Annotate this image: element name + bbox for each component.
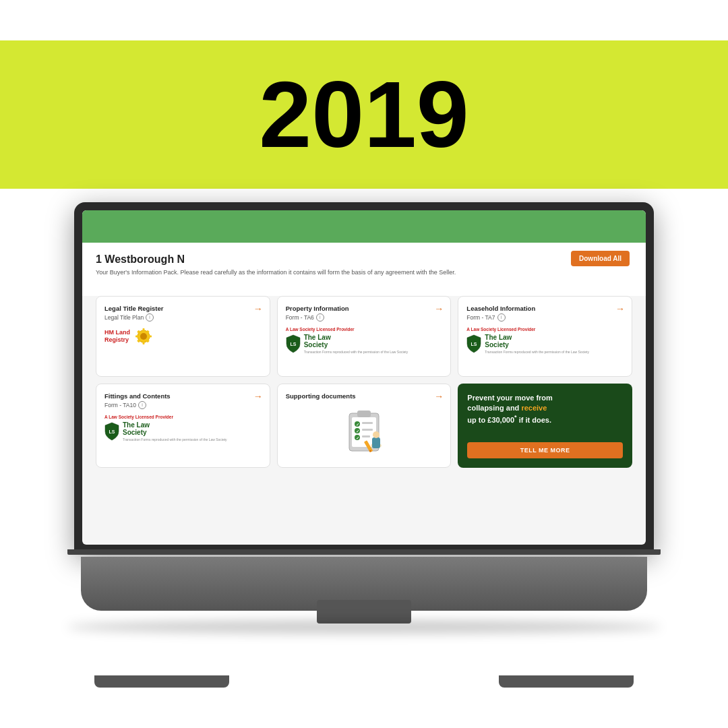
svg-rect-24 [362,435,370,437]
card-subtitle-fittings: Form - TA10 i [104,401,262,409]
card-fittings-contents[interactable]: → Fittings and Contents Form - TA10 i A … [96,384,270,468]
law-society-name-fittings: The LawSociety [123,421,227,436]
law-society-label-fittings: A Law Society Licensed Provider [104,415,262,419]
cards-grid: → Legal Title Register Legal Title Plan … [82,296,646,475]
tell-me-more-button[interactable]: TELL ME MORE [467,442,623,458]
law-society-leasehold: A Law Society Licensed Provider LS The L… [466,327,624,354]
svg-rect-5 [149,335,152,337]
law-society-shield-fittings: LS [104,422,119,441]
svg-point-1 [140,333,147,340]
promo-line4: if it does. [519,416,551,424]
law-society-logo-row-fittings: LS The LawSociety Transaction Forms repr… [104,421,262,442]
svg-point-27 [373,431,380,438]
hm-text: HM LandRegistry [104,329,130,344]
year-heading: 2019 [259,67,468,162]
card-subtitle-leasehold: Form - TA7 i [466,313,624,322]
screen-header [82,210,646,243]
law-society-name-leasehold: The LawSociety [485,334,589,348]
laptop-container: 1 Westborough N Your Buyer's Information… [54,202,674,688]
download-all-button[interactable]: Download All [571,251,630,266]
card-arrow-legal: → [253,303,263,314]
supporting-docs-svg: ✓ ✓ ✓ [337,405,391,459]
svg-rect-21 [362,429,373,431]
law-society-fittings: A Law Society Licensed Provider LS The L… [104,415,262,442]
info-icon-fittings: i [138,401,146,409]
supporting-docs-illustration: ✓ ✓ ✓ [286,405,443,459]
promo-line1: Prevent your move from [467,394,553,402]
svg-rect-2 [143,328,145,331]
svg-rect-26 [372,437,380,448]
card-arrow-supporting: → [434,391,444,402]
svg-text:✓: ✓ [355,429,359,433]
card-subtitle-property: Form - TA6 i [286,313,443,322]
svg-rect-18 [362,422,373,424]
laptop-foot-right [499,675,634,688]
law-society-logo-row-property: LS The LawSociety Transaction Forms repr… [286,334,443,354]
card-title-fittings: Fittings and Contents [104,392,262,400]
card-legal-title[interactable]: → Legal Title Register Legal Title Plan … [96,296,270,377]
laptop-shadow [67,620,661,634]
card-arrow-fittings: → [253,391,263,402]
property-subtitle: Your Buyer's Information Pack. Please re… [96,268,632,277]
card-leasehold-information[interactable]: → Leasehold Information Form - TA7 i A L… [458,296,632,377]
law-society-name-property: The LawSociety [304,334,408,348]
law-society-tagline-property: Transaction Forms reproduced with the pe… [304,350,408,354]
law-society-tagline-fittings: Transaction Forms reproduced with the pe… [123,437,227,442]
law-society-shield-leasehold: LS [466,334,481,353]
law-society-label-property: A Law Society Licensed Provider [286,327,443,332]
promo-line2: collapsing and [467,404,519,412]
card-supporting-documents[interactable]: → Supporting documents ✓ [277,384,452,468]
law-society-property: A Law Society Licensed Provider LS The L… [286,327,443,354]
info-icon-leasehold: i [497,313,506,322]
law-society-shield-property: LS [286,334,301,353]
laptop-hinge [67,549,661,555]
svg-text:LS: LS [290,342,296,346]
law-society-tagline-leasehold: Transaction Forms reproduced with the pe… [485,350,589,354]
card-title-legal: Legal Title Register [104,305,262,312]
card-subtitle-legal: Legal Title Plan i [104,313,262,322]
info-icon-legal: i [146,313,154,322]
svg-text:✓: ✓ [355,423,359,427]
laptop-foot-left [94,675,229,688]
card-property-information[interactable]: → Property Information Form - TA6 i A La… [277,296,452,377]
laptop-screen: 1 Westborough N Your Buyer's Information… [82,210,646,545]
promo-card: Prevent your move from collapsing and re… [458,384,632,468]
law-society-label-leasehold: A Law Society Licensed Provider [466,327,624,332]
svg-rect-15 [357,411,371,417]
card-title-property: Property Information [286,305,443,312]
svg-rect-3 [143,342,145,344]
promo-highlight: receive [521,404,547,412]
svg-text:✓: ✓ [355,436,359,440]
law-society-logo-row-leasehold: LS The LawSociety Transaction Forms repr… [466,334,624,354]
card-arrow-leasehold: → [615,303,625,314]
yellow-banner: 2019 [0,40,728,189]
laptop-bezel: 1 Westborough N Your Buyer's Information… [74,202,654,553]
card-title-supporting: Supporting documents [286,392,443,400]
promo-text: Prevent your move from collapsing and re… [467,393,623,426]
card-title-leasehold: Leasehold Information [466,305,624,312]
svg-rect-4 [135,335,138,337]
svg-text:LS: LS [109,429,115,434]
screen-content: 1 Westborough N Your Buyer's Information… [82,243,646,296]
info-icon-property: i [316,313,324,322]
registry-cog-icon [134,327,153,346]
hm-land-registry-logo: HM LandRegistry [104,327,262,346]
card-arrow-property: → [434,303,444,314]
svg-text:LS: LS [471,342,477,346]
property-title: 1 Westborough N [96,253,632,266]
promo-line3: up to £30,000 [467,416,514,424]
